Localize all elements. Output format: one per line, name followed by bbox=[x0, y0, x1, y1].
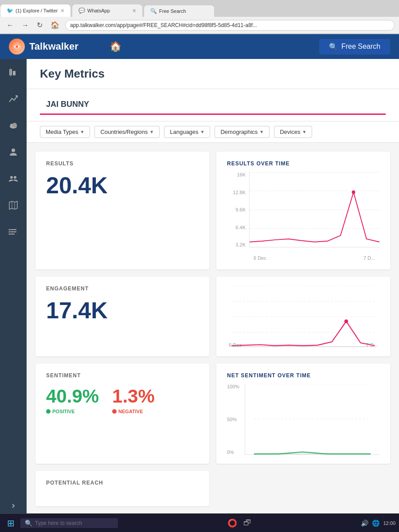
svg-point-18 bbox=[9, 231, 10, 233]
sidebar-item-bars[interactable] bbox=[4, 63, 22, 81]
filter-demographics[interactable]: Demographics ▼ bbox=[215, 126, 270, 138]
sidebar-item-cloud[interactable] bbox=[4, 117, 22, 134]
results-label: RESULTS bbox=[46, 160, 199, 167]
results-chart-svg bbox=[250, 172, 379, 247]
taskbar-right-icons: 🔊 🌐 12:00 bbox=[361, 520, 395, 527]
search-bar-area bbox=[27, 89, 399, 121]
sidebar-item-people[interactable] bbox=[4, 143, 22, 161]
engagement-chart-svg bbox=[227, 286, 379, 348]
tab-whatsapp-close[interactable]: × bbox=[133, 7, 136, 14]
positive-pct: 40.9% bbox=[46, 386, 99, 407]
potential-reach-card: POTENTIAL REACH bbox=[35, 471, 209, 506]
filter-languages-caret: ▼ bbox=[200, 129, 205, 134]
filter-languages[interactable]: Languages ▼ bbox=[164, 126, 210, 138]
windows-start-icon[interactable]: ⊞ bbox=[4, 516, 18, 530]
taskbar-cortana-icon[interactable]: ⭕ bbox=[227, 518, 237, 528]
filter-media-types-caret: ▼ bbox=[80, 129, 84, 134]
svg-point-19 bbox=[9, 234, 10, 235]
freesearch-tab-icon: 🔍 bbox=[150, 8, 156, 14]
svg-point-9 bbox=[10, 176, 13, 179]
net-sentiment-card: NET SENTIMENT OVER TIME 100% 50% 0% bbox=[216, 364, 390, 464]
taskbar-search-input[interactable] bbox=[35, 520, 97, 526]
ns-y-0: 0% bbox=[227, 450, 243, 455]
y-label-32k: 3.2K bbox=[227, 242, 246, 247]
ns-chart-svg bbox=[245, 384, 379, 454]
potential-reach-label: POTENTIAL REACH bbox=[46, 480, 199, 486]
free-search-label: Free Search bbox=[341, 43, 380, 51]
tab-twitter[interactable]: 🐦 (1) Explore / Twitter × bbox=[0, 4, 71, 17]
svg-point-7 bbox=[12, 123, 17, 127]
filter-devices-label: Devices bbox=[280, 129, 300, 135]
free-search-button[interactable]: 🔍 Free Search bbox=[319, 39, 390, 55]
taskbar-search-area: 🔍 bbox=[20, 518, 118, 528]
sidebar bbox=[0, 59, 27, 524]
positive-dot bbox=[46, 409, 51, 414]
svg-point-10 bbox=[14, 176, 16, 179]
forward-button[interactable]: → bbox=[20, 20, 31, 30]
chart-x-labels: 6 Dec 7 D... bbox=[249, 255, 379, 261]
filter-devices[interactable]: Devices ▼ bbox=[274, 126, 312, 138]
app-name: Talkwalker bbox=[29, 41, 78, 52]
sidebar-item-list[interactable] bbox=[4, 223, 22, 241]
eng-x-label-1: 6 Dec bbox=[229, 342, 242, 348]
filter-bar: Media Types ▼ Countries/Regions ▼ Langua… bbox=[27, 121, 399, 143]
ns-chart-area bbox=[245, 384, 379, 455]
address-input[interactable] bbox=[65, 20, 395, 31]
ns-y-100: 100% bbox=[227, 384, 243, 389]
taskbar-task-view-icon[interactable]: 🗗 bbox=[243, 518, 251, 528]
net-sentiment-chart: 100% 50% 0% bbox=[227, 384, 379, 455]
taskbar: ⊞ 🔍 ⭕ 🗗 🔊 🌐 12:00 bbox=[0, 513, 399, 532]
y-label-64k: 6.4K bbox=[227, 225, 246, 230]
net-sentiment-y-labels: 100% 50% 0% bbox=[227, 384, 245, 455]
engagement-card: ENGAGEMENT 17.4K bbox=[35, 277, 209, 356]
x-label-6dec: 6 Dec bbox=[254, 255, 266, 261]
engagement-chart-area: 6 Dec 7 D... bbox=[227, 286, 379, 348]
sentiment-negative: 1.3% NEGATIVE bbox=[112, 386, 155, 414]
taskbar-network-icon[interactable]: 🌐 bbox=[372, 520, 379, 527]
search-term-input[interactable] bbox=[40, 95, 386, 115]
svg-rect-3 bbox=[13, 71, 16, 75]
filter-languages-label: Languages bbox=[170, 129, 198, 135]
y-label-16k: 16K bbox=[227, 172, 246, 177]
taskbar-center-icons: ⭕ 🗗 bbox=[121, 518, 358, 528]
positive-indicator: POSITIVE bbox=[46, 409, 99, 414]
back-button[interactable]: ← bbox=[4, 20, 16, 30]
sidebar-item-group[interactable] bbox=[4, 170, 22, 188]
home-button[interactable]: 🏠 bbox=[48, 20, 62, 30]
content-area: Key Metrics Media Types ▼ Countries/Regi… bbox=[27, 59, 399, 524]
twitter-tab-icon: 🐦 bbox=[7, 8, 13, 14]
main-layout: Key Metrics Media Types ▼ Countries/Regi… bbox=[0, 59, 399, 524]
tab-whatsapp[interactable]: 💬 WhatsApp × bbox=[72, 4, 143, 17]
negative-pct: 1.3% bbox=[112, 386, 155, 407]
ns-y-50: 50% bbox=[227, 417, 243, 422]
results-value: 20.4K bbox=[46, 174, 199, 197]
tab-twitter-close[interactable]: × bbox=[61, 7, 64, 14]
logo-icon bbox=[9, 39, 25, 55]
refresh-button[interactable]: ↻ bbox=[35, 20, 45, 30]
filter-media-types[interactable]: Media Types ▼ bbox=[40, 126, 90, 138]
taskbar-volume-icon[interactable]: 🔊 bbox=[361, 520, 368, 527]
search-icon-btn: 🔍 bbox=[329, 43, 338, 51]
whatsapp-tab-icon: 💬 bbox=[78, 8, 85, 14]
sidebar-item-trending[interactable] bbox=[4, 90, 22, 108]
filter-countries[interactable]: Countries/Regions ▼ bbox=[94, 126, 160, 138]
svg-point-1 bbox=[16, 45, 18, 48]
negative-indicator: NEGATIVE bbox=[112, 409, 155, 414]
tab-twitter-label: (1) Explore / Twitter bbox=[16, 8, 58, 13]
negative-label: NEGATIVE bbox=[118, 409, 143, 414]
taskbar-search-icon: 🔍 bbox=[25, 520, 32, 527]
svg-point-20 bbox=[352, 191, 355, 194]
engagement-chart-card: 6 Dec 7 D... bbox=[216, 277, 390, 356]
net-sentiment-title: NET SENTIMENT OVER TIME bbox=[227, 372, 379, 379]
chart-plot-area bbox=[249, 172, 379, 247]
browser-chrome: 🐦 (1) Explore / Twitter × 💬 WhatsApp × 🔍… bbox=[0, 0, 399, 34]
sidebar-item-map[interactable] bbox=[4, 196, 22, 214]
sidebar-item-expand[interactable] bbox=[4, 497, 22, 515]
home-nav-icon[interactable]: 🏠 bbox=[110, 41, 121, 52]
x-label-7dec: 7 D... bbox=[364, 255, 375, 261]
engagement-label: ENGAGEMENT bbox=[46, 286, 199, 292]
svg-point-17 bbox=[9, 229, 10, 231]
app-header: Talkwalker 🏠 🔍 Free Search bbox=[0, 34, 399, 59]
tab-freesearch[interactable]: 🔍 Free Search bbox=[144, 5, 215, 17]
address-bar: ← → ↻ 🏠 bbox=[0, 17, 399, 34]
